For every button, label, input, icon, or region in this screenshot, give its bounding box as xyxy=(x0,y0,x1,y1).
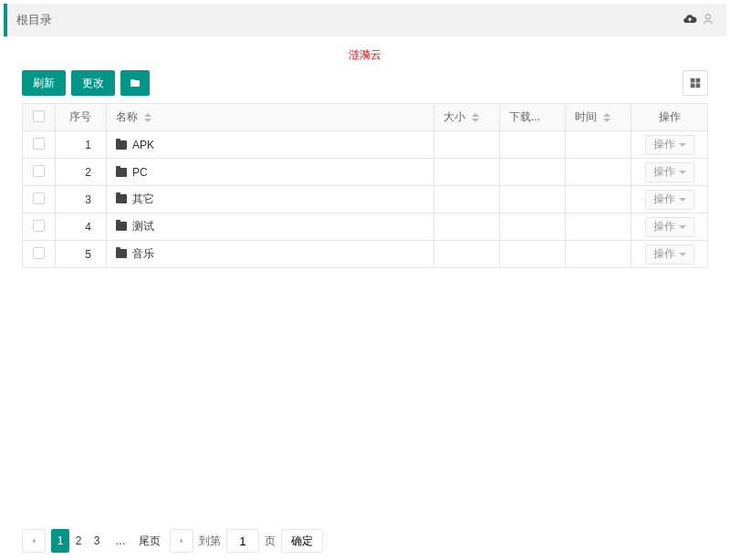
row-action-label: 操作 xyxy=(653,219,675,234)
brand-text: 涟漪云 xyxy=(0,40,730,70)
row-name: APK xyxy=(132,139,154,151)
row-name: PC xyxy=(132,166,148,179)
sort-down-icon[interactable] xyxy=(472,119,479,122)
row-index: 1 xyxy=(56,131,107,159)
col-header-size-label: 大小 xyxy=(443,110,465,123)
row-size xyxy=(434,131,500,159)
chevron-down-icon xyxy=(679,198,686,202)
table-row: 4测试操作 xyxy=(23,213,708,241)
row-name-cell[interactable]: 其它 xyxy=(107,186,434,213)
row-action-button[interactable]: 操作 xyxy=(645,190,694,210)
row-downloads xyxy=(500,241,566,268)
row-time xyxy=(566,131,631,159)
chevron-down-icon xyxy=(679,225,686,229)
row-size xyxy=(434,159,500,186)
col-header-time-label: 时间 xyxy=(575,110,597,123)
row-checkbox[interactable] xyxy=(33,247,45,259)
row-time xyxy=(566,159,631,186)
row-name-cell[interactable]: 音乐 xyxy=(107,241,434,268)
row-action-button[interactable]: 操作 xyxy=(645,162,694,182)
col-header-time[interactable]: 时间 xyxy=(566,104,631,131)
row-action-button[interactable]: 操作 xyxy=(645,135,694,155)
row-downloads xyxy=(500,131,566,159)
row-downloads xyxy=(500,159,566,186)
row-action-label: 操作 xyxy=(653,246,675,262)
row-index: 5 xyxy=(56,241,107,268)
col-header-name[interactable]: 名称 xyxy=(107,104,434,131)
chevron-down-icon xyxy=(679,253,686,256)
select-all-checkbox[interactable] xyxy=(33,110,45,122)
table-row: 5音乐操作 xyxy=(23,241,708,268)
row-checkbox[interactable] xyxy=(33,192,45,204)
table-row: 3其它操作 xyxy=(23,186,708,213)
row-action-button[interactable]: 操作 xyxy=(645,244,694,264)
sort-down-icon[interactable] xyxy=(603,119,610,122)
sort-up-icon[interactable] xyxy=(144,113,151,117)
folder-icon xyxy=(116,140,127,150)
sort-down-icon[interactable] xyxy=(144,119,151,122)
row-time xyxy=(566,213,631,241)
folder-icon xyxy=(116,168,127,177)
new-folder-button[interactable] xyxy=(120,70,150,96)
row-name: 其它 xyxy=(132,192,154,205)
row-action-label: 操作 xyxy=(653,164,675,180)
row-checkbox[interactable] xyxy=(33,138,45,150)
row-action-label: 操作 xyxy=(653,137,675,152)
row-index: 4 xyxy=(56,213,107,241)
row-downloads xyxy=(500,186,566,213)
row-name: 音乐 xyxy=(132,247,154,260)
view-toggle-button[interactable] xyxy=(683,70,708,96)
col-header-downloads: 下载... xyxy=(500,104,566,131)
table-row: 1APK操作 xyxy=(23,131,708,159)
row-name-cell[interactable]: PC xyxy=(107,159,434,186)
row-size xyxy=(434,241,500,268)
row-action-label: 操作 xyxy=(653,192,675,207)
col-header-size[interactable]: 大小 xyxy=(434,104,500,131)
row-time xyxy=(566,186,631,213)
file-table: 序号 名称 大小 下载... 时间 操作 1APK操作2PC操作3其它操作4测试… xyxy=(22,103,708,268)
col-header-action: 操作 xyxy=(631,104,708,131)
folder-icon xyxy=(116,249,127,258)
refresh-button[interactable]: 刷新 xyxy=(22,70,66,96)
sort-up-icon[interactable] xyxy=(603,113,610,117)
row-index: 3 xyxy=(56,186,107,213)
col-header-name-label: 名称 xyxy=(116,110,138,123)
col-header-index: 序号 xyxy=(56,104,107,131)
row-name: 测试 xyxy=(132,220,154,233)
breadcrumb-root[interactable]: 根目录 xyxy=(7,12,52,28)
folder-icon xyxy=(116,194,127,203)
row-name-cell[interactable]: 测试 xyxy=(107,213,434,241)
folder-icon xyxy=(116,222,127,231)
row-size xyxy=(434,213,500,241)
chevron-down-icon xyxy=(679,171,686,174)
modify-button[interactable]: 更改 xyxy=(71,70,115,96)
row-time xyxy=(566,241,631,268)
row-checkbox[interactable] xyxy=(33,220,45,232)
row-index: 2 xyxy=(56,159,107,186)
table-row: 2PC操作 xyxy=(23,159,708,186)
chevron-down-icon xyxy=(679,143,686,147)
cloud-upload-icon[interactable] xyxy=(683,12,697,29)
row-downloads xyxy=(500,213,566,241)
row-action-button[interactable]: 操作 xyxy=(645,217,694,237)
row-checkbox[interactable] xyxy=(33,165,45,177)
sort-up-icon[interactable] xyxy=(472,113,479,117)
user-icon[interactable] xyxy=(701,12,715,29)
row-size xyxy=(434,186,500,213)
row-name-cell[interactable]: APK xyxy=(107,131,434,159)
